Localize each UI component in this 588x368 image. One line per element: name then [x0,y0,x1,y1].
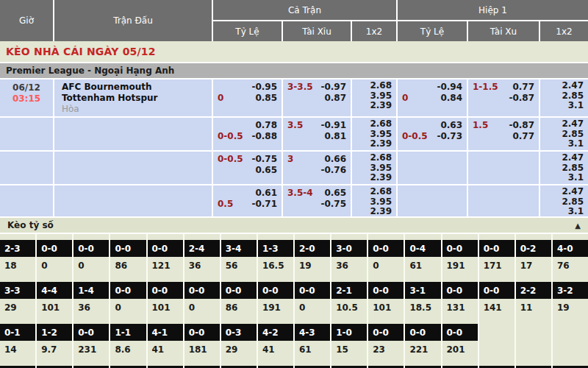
score-odds-value[interactable]: 36 [331,257,367,274]
score-label[interactable]: 4-2 [258,324,293,341]
full-overunder-odds-cell[interactable]: 3.5-40.65-0.75 [283,185,351,216]
score-label[interactable]: 0-0 [148,282,183,299]
score-label[interactable]: 2-4 [184,240,220,257]
score-odds-value[interactable]: 36 [74,299,109,316]
score-odds-value[interactable]: 121 [148,257,183,274]
score-odds-value[interactable]: 171 [479,257,514,274]
score-odds-value[interactable]: 41 [148,341,183,358]
score-odds-value[interactable]: 19 [295,257,330,274]
half-overunder-odds-cell[interactable]: 1-1.50.77-0.87 [468,79,539,116]
score-label[interactable]: 3-0 [331,240,367,257]
full-handicap-odds-cell[interactable]: 0-0.5-0.750.65 [213,152,282,184]
score-label[interactable]: 4-1 [148,324,183,341]
score-label[interactable]: 4-3 [295,324,330,341]
score-label[interactable]: 1-4 [74,282,109,299]
score-label[interactable]: 0-4 [405,240,440,257]
score-odds-value[interactable]: 29 [221,341,257,358]
score-label[interactable]: 0-0 [258,282,293,299]
score-label[interactable]: 0-0 [148,240,183,257]
score-odds-value[interactable]: 29 [0,299,35,316]
score-label[interactable]: 0-0 [184,324,220,341]
score-label[interactable]: 0-0 [442,240,478,257]
score-odds-value[interactable]: 86 [110,257,146,274]
score-odds-value[interactable]: 0 [368,257,404,274]
score-odds-value[interactable]: 8.6 [110,341,146,358]
score-label[interactable]: 3-2 [553,282,588,299]
full-handicap-odds-cell[interactable]: -0.9500.85 [213,79,282,116]
score-label[interactable]: 4-0 [553,240,588,257]
score-label[interactable]: 0-0 [368,282,404,299]
score-odds-value[interactable]: 86 [221,299,257,316]
score-odds-value[interactable]: 16.5 [258,257,293,274]
score-odds-value[interactable]: 36 [184,257,220,274]
score-odds-value[interactable]: 101 [37,299,72,316]
score-odds-value[interactable]: 201 [442,341,478,358]
score-label[interactable]: 3-4 [221,240,257,257]
score-odds-value[interactable]: 141 [479,299,514,316]
score-label[interactable]: 0-0 [442,324,478,341]
score-odds-value[interactable]: 56 [221,257,257,274]
full-1x2-odds-cell[interactable]: 2.683.952.39 [352,79,396,116]
half-handicap-odds-cell[interactable] [398,185,467,216]
half-1x2-odds-cell[interactable]: 2.472.853.1 [540,79,588,116]
score-odds-value[interactable]: 221 [405,341,440,358]
score-label[interactable]: 0-0 [74,240,109,257]
half-1x2-odds-cell[interactable]: 2.472.853.1 [540,118,588,150]
score-label[interactable]: 0-0 [368,324,404,341]
score-label[interactable]: 1-1 [110,324,146,341]
score-label[interactable]: 0-1 [0,324,35,341]
score-odds-value[interactable]: 191 [258,299,293,316]
half-overunder-odds-cell[interactable] [468,185,539,216]
score-odds-value[interactable]: 0 [110,299,146,316]
score-odds-value[interactable]: 18 [0,257,35,274]
half-1x2-odds-cell[interactable]: 2.472.853.1 [540,185,588,216]
score-label[interactable]: 0-0 [37,240,72,257]
score-label[interactable]: 0-0 [184,282,220,299]
full-overunder-odds-cell[interactable]: 30.66-0.76 [283,152,351,184]
score-odds-value[interactable]: 0 [295,299,330,316]
full-1x2-odds-cell[interactable]: 2.683.952.39 [352,118,396,150]
score-odds-value[interactable]: 101 [368,299,404,316]
half-overunder-odds-cell[interactable]: 1.5-0.870.77 [468,118,539,150]
score-label[interactable]: 2-2 [516,282,551,299]
score-odds-value[interactable]: 231 [74,341,109,358]
score-odds-value[interactable]: 14 [0,341,35,358]
full-overunder-odds-cell[interactable]: 3.5-0.910.81 [283,118,351,150]
score-odds-value[interactable]: 9.7 [37,341,72,358]
score-label[interactable]: 0-0 [110,240,146,257]
score-label[interactable]: 0-0 [479,240,514,257]
score-odds-value[interactable]: 131 [442,299,478,316]
score-odds-value[interactable]: 61 [295,341,330,358]
score-label[interactable]: 1-0 [331,324,367,341]
half-handicap-odds-cell[interactable]: 0.630-0.5-0.73 [398,118,467,150]
score-odds-value[interactable]: 15 [331,341,367,358]
score-odds-value[interactable]: 41 [258,341,293,358]
score-label[interactable]: 2-3 [0,240,35,257]
score-odds-value[interactable]: 181 [184,341,220,358]
score-odds-value[interactable]: 0 [74,257,109,274]
score-odds-value[interactable]: 61 [405,257,440,274]
half-overunder-odds-cell[interactable] [468,152,539,184]
score-odds-section-header[interactable]: Kèo tỷ số ▲ [0,216,588,234]
score-odds-value[interactable]: 76 [553,257,588,274]
score-odds-value[interactable]: 101 [148,299,183,316]
score-label[interactable]: 0-0 [368,240,404,257]
collapse-arrow-icon[interactable]: ▲ [575,222,581,230]
score-label[interactable]: 0-3 [221,324,257,341]
score-label[interactable]: 0-0 [405,324,440,341]
score-label[interactable]: 3-3 [0,282,35,299]
score-label[interactable]: 0-2 [516,240,551,257]
score-odds-value[interactable]: 19 [553,299,588,316]
score-odds-value[interactable]: 0 [37,257,72,274]
score-odds-value[interactable]: 17 [516,257,551,274]
score-odds-value[interactable]: 18.5 [405,299,440,316]
score-label[interactable]: 2-0 [295,240,330,257]
score-label[interactable]: 4-4 [37,282,72,299]
score-odds-value[interactable]: 0 [184,299,220,316]
full-handicap-odds-cell[interactable]: 0.780-0.5-0.88 [213,118,282,150]
score-odds-value[interactable]: 10.5 [331,299,367,316]
full-overunder-odds-cell[interactable]: 3-3.5-0.970.87 [283,79,351,116]
score-odds-value[interactable]: 23 [368,341,404,358]
score-label[interactable]: 0-0 [221,282,257,299]
score-odds-value[interactable]: 11 [516,299,551,316]
